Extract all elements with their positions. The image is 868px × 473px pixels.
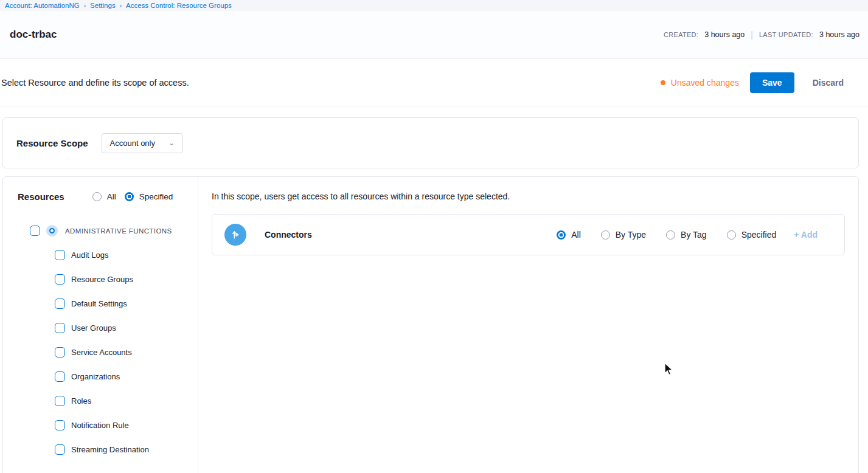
group-label: ADMINISTRATIVE FUNCTIONS [65, 227, 172, 235]
tree-row-user-groups[interactable]: User Groups [55, 316, 198, 340]
connectors-label: Connectors [265, 230, 312, 240]
breadcrumb-account-link[interactable]: Account: AutomationNG [5, 2, 80, 9]
unsaved-changes-label: Unsaved changes [671, 78, 739, 88]
checkbox[interactable] [55, 250, 65, 260]
add-button[interactable]: + Add [794, 230, 818, 240]
tree-row-organizations[interactable]: Organizations [55, 364, 198, 388]
resource-scope-dropdown[interactable]: Account only ⌄ [102, 133, 184, 153]
toolbar-description: Select Resource and define its scope of … [1, 78, 189, 88]
resource-scope-card: Resource Scope Account only ⌄ [2, 117, 859, 168]
radio-icon[interactable] [666, 230, 675, 240]
discard-button[interactable]: Discard [805, 72, 851, 93]
breadcrumb-resource-groups-link[interactable]: Access Control: Resource Groups [126, 2, 232, 9]
checkbox[interactable] [55, 396, 65, 406]
chevron-down-icon: ⌄ [168, 140, 175, 145]
connectors-options: All By Type By Tag Specified + Add [557, 230, 844, 240]
group-checkbox[interactable] [30, 226, 40, 236]
unsaved-changes-status: Unsaved changes [661, 78, 739, 88]
radio-by-tag-label: By Tag [681, 230, 707, 240]
tree-row-label: Resource Groups [71, 275, 133, 284]
connectors-row: Connectors All By Type By Tag Specified [212, 214, 845, 255]
checkbox[interactable] [55, 420, 65, 430]
tree-row-streaming-destination[interactable]: Streaming Destination [55, 437, 198, 461]
resources-radio-all[interactable]: All [92, 192, 116, 201]
tree-row-label: User Groups [71, 323, 116, 333]
breadcrumb-separator-icon: › [120, 2, 122, 9]
checkbox[interactable] [55, 444, 65, 455]
tree-row-roles[interactable]: Roles [55, 388, 198, 413]
radio-selected-icon[interactable] [557, 230, 566, 240]
resources-detail-panel: In this scope, users get access to all r… [198, 177, 858, 473]
radio-icon[interactable] [92, 192, 102, 201]
created-value: 3 hours ago [704, 30, 745, 39]
tree-row-audit-logs[interactable]: Audit Logs [55, 243, 198, 267]
connectors-radio-by-type[interactable]: By Type [601, 230, 646, 240]
tree-row-label: Roles [71, 396, 91, 406]
tree-row-label: Notification Rule [71, 421, 129, 430]
save-button[interactable]: Save [750, 72, 794, 93]
radio-specified-label: Specified [139, 192, 173, 201]
page-header: doc-trbac CREATED: 3 hours ago | LAST UP… [0, 11, 868, 59]
resources-card: Resources All Specified ADMINISTRATIVE F… [2, 176, 859, 473]
page-title: doc-trbac [10, 29, 57, 41]
scope-description: In this scope, users get access to all r… [212, 192, 845, 201]
checkbox[interactable] [55, 323, 65, 333]
tree-group-administrative-functions: ADMINISTRATIVE FUNCTIONS [30, 225, 198, 236]
tree-row-notification-rule[interactable]: Notification Rule [55, 413, 198, 437]
checkbox[interactable] [55, 299, 65, 309]
tree-row-default-settings[interactable]: Default Settings [55, 291, 198, 316]
checkbox[interactable] [55, 274, 65, 285]
resource-scope-selected-value: Account only [110, 139, 155, 148]
radio-icon[interactable] [727, 230, 736, 240]
connectors-radio-specified[interactable]: Specified [727, 230, 777, 240]
radio-all-label: All [107, 192, 116, 201]
radio-icon[interactable] [601, 230, 610, 240]
resource-scope-label: Resource Scope [16, 138, 88, 148]
breadcrumb-separator-icon: › [84, 2, 86, 9]
last-updated-value: 3 hours ago [819, 30, 859, 39]
tree-row-label: Audit Logs [71, 250, 108, 260]
connectors-radio-by-tag[interactable]: By Tag [666, 230, 707, 240]
radio-specified-label: Specified [741, 230, 777, 240]
tree-row-resource-groups[interactable]: Resource Groups [55, 267, 198, 291]
connectors-icon [224, 224, 246, 246]
radio-all-label: All [571, 230, 581, 240]
toolbar: Select Resource and define its scope of … [0, 59, 868, 106]
meta-divider: | [751, 30, 753, 40]
tree-row-label: Default Settings [71, 299, 127, 308]
created-label: CREATED: [664, 31, 698, 38]
resources-title: Resources [18, 192, 64, 202]
last-updated-label: LAST UPDATED: [759, 31, 813, 38]
group-collapse-icon[interactable] [46, 225, 58, 236]
tree-row-label: Organizations [71, 372, 120, 381]
resources-radio-specified[interactable]: Specified [125, 192, 173, 201]
breadcrumb: Account: AutomationNG › Settings › Acces… [0, 0, 868, 11]
checkbox[interactable] [55, 347, 65, 357]
tree-items: Audit Logs Resource Groups Default Setti… [55, 243, 198, 461]
breadcrumb-settings-link[interactable]: Settings [90, 2, 116, 9]
radio-selected-icon[interactable] [125, 192, 134, 201]
radio-by-type-label: By Type [616, 230, 646, 240]
tree-row-service-accounts[interactable]: Service Accounts [55, 340, 198, 364]
connectors-radio-all[interactable]: All [557, 230, 581, 240]
header-meta: CREATED: 3 hours ago | LAST UPDATED: 3 h… [664, 30, 859, 40]
resources-tree-panel: Resources All Specified ADMINISTRATIVE F… [3, 177, 198, 473]
tree-row-label: Streaming Destination [71, 445, 149, 454]
tree-row-label: Service Accounts [71, 348, 132, 357]
checkbox[interactable] [55, 371, 65, 382]
unsaved-dot-icon [661, 80, 665, 85]
